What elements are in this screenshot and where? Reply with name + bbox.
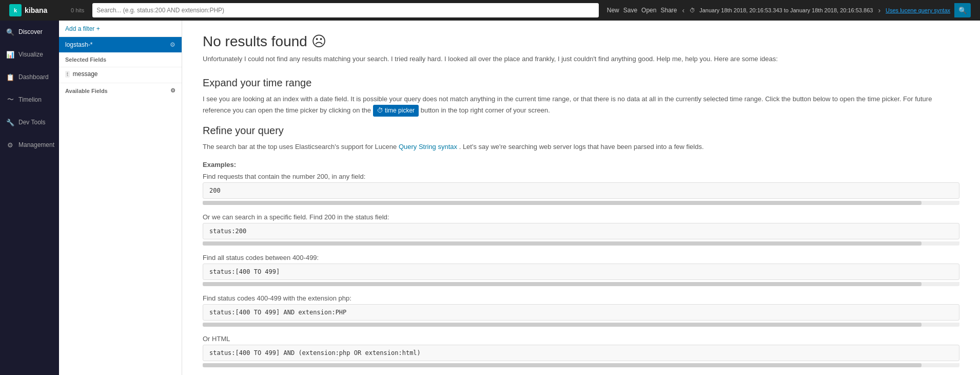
time-icon: ⏱ xyxy=(690,7,695,13)
example4-query-box: status:[400 TO 499] AND extension:PHP xyxy=(203,304,959,321)
example2-label: Or we can search in a specific field. Fi… xyxy=(203,213,959,221)
time-range-text: January 18th 2018, 20:16:53.343 to Janua… xyxy=(699,7,873,13)
example3-label: Find all status codes between 400-499: xyxy=(203,254,959,261)
example2-scrollbar-thumb xyxy=(203,241,922,246)
open-button[interactable]: Open xyxy=(641,7,656,14)
visualize-icon: 📊 xyxy=(6,50,14,59)
available-fields-section: Available Fields ⚙ xyxy=(59,83,182,98)
refine-query-title: Refine your query xyxy=(203,125,959,137)
management-icon: ⚙ xyxy=(6,141,14,149)
examples-label: Examples: xyxy=(203,161,959,168)
dashboard-icon: 📋 xyxy=(6,73,14,81)
field-name: message xyxy=(73,70,98,78)
example2-scrollbar[interactable] xyxy=(203,241,959,246)
devtools-icon: 🔧 xyxy=(6,118,14,126)
available-fields-settings-icon[interactable]: ⚙ xyxy=(170,87,175,94)
search-input[interactable] xyxy=(96,7,594,14)
sidebar-label-discover: Discover xyxy=(18,28,43,35)
sidebar-item-discover[interactable]: 🔍 Discover xyxy=(0,21,59,43)
example1-scrollbar-thumb xyxy=(203,201,922,205)
available-fields-label: Available Fields xyxy=(65,88,108,94)
app-name: kibana xyxy=(25,6,47,14)
refine-text-part2: . Let's say we're searching web server l… xyxy=(459,143,704,151)
selected-fields-label: Selected Fields xyxy=(59,52,182,67)
time-range-prev[interactable]: ‹ xyxy=(681,6,685,14)
timelion-icon: 〜 xyxy=(6,96,14,104)
example1-scrollbar[interactable] xyxy=(203,201,959,205)
refine-query-text: The search bar at the top uses Elasticse… xyxy=(203,142,959,153)
example2-query: status:200 xyxy=(209,228,246,235)
sidebar-label-management: Management xyxy=(18,141,54,148)
filter-bar: Add a filter + xyxy=(59,21,182,37)
index-settings-icon[interactable]: ⚙ xyxy=(170,41,175,48)
sidebar-label-dashboard: Dashboard xyxy=(18,73,49,81)
new-button[interactable]: New xyxy=(607,7,619,14)
expand-text-part1: I see you are looking at an index with a… xyxy=(203,95,932,114)
sidebar-label-devtools: Dev Tools xyxy=(18,119,45,126)
example4-query: status:[400 TO 499] AND extension:PHP xyxy=(209,309,346,316)
discover-icon: 🔍 xyxy=(6,28,14,36)
example3-scrollbar[interactable] xyxy=(203,282,959,286)
search-submit-button[interactable]: 🔍 xyxy=(954,3,971,17)
example4-scrollbar-thumb xyxy=(203,323,922,327)
sidebar-item-management[interactable]: ⚙ Management xyxy=(0,134,59,156)
index-pattern-name: logstash-* xyxy=(65,41,92,48)
no-results-title: No results found ☹ xyxy=(203,33,959,50)
topbar: k kibana 0 hits New Save Open Share ‹ ⏱ … xyxy=(0,0,980,21)
expand-text-part2: button in the top right corner of your s… xyxy=(421,106,550,114)
example5-query: status:[400 TO 499] AND (extension:php O… xyxy=(209,349,421,357)
sidebar-item-dashboard[interactable]: 📋 Dashboard xyxy=(0,66,59,88)
sidebar-item-visualize[interactable]: 📊 Visualize xyxy=(0,43,59,66)
sidebar-item-timelion[interactable]: 〜 Timelion xyxy=(0,88,59,111)
refine-text-part1: The search bar at the top uses Elasticse… xyxy=(203,143,397,151)
expand-time-range-title: Expand your time range xyxy=(203,77,959,89)
sidebar-label-timelion: Timelion xyxy=(18,96,42,103)
main-content: No results found ☹ Unfortunately I could… xyxy=(182,21,980,375)
save-button[interactable]: Save xyxy=(623,7,637,14)
example1-query-box: 200 xyxy=(203,182,959,199)
topbar-actions: New Save Open Share ‹ ⏱ January 18th 201… xyxy=(603,3,975,17)
query-string-syntax-link[interactable]: Query String syntax xyxy=(399,143,457,151)
sidebar-item-devtools[interactable]: 🔧 Dev Tools xyxy=(0,111,59,134)
main-layout: 🔍 Discover 📊 Visualize 📋 Dashboard 〜 Tim… xyxy=(0,21,980,375)
example5-scrollbar-thumb xyxy=(203,363,922,367)
left-panel: Add a filter + logstash-* ⚙ Selected Fie… xyxy=(59,21,182,375)
example2-query-box: status:200 xyxy=(203,223,959,239)
example1-query: 200 xyxy=(209,187,221,194)
hits-count: 0 hits xyxy=(71,7,88,13)
example1-label: Find requests that contain the number 20… xyxy=(203,173,959,180)
example5-query-box: status:[400 TO 499] AND (extension:php O… xyxy=(203,345,959,361)
no-results-description: Unfortunately I could not find any resul… xyxy=(203,54,959,65)
index-pattern-header[interactable]: logstash-* ⚙ xyxy=(59,37,182,52)
example5-label: Or HTML xyxy=(203,335,959,343)
share-button[interactable]: Share xyxy=(660,7,677,14)
example4-scrollbar[interactable] xyxy=(203,323,959,327)
search-bar[interactable] xyxy=(92,3,598,17)
expand-time-range-text: I see you are looking at an index with a… xyxy=(203,94,959,117)
field-item-message[interactable]: t message xyxy=(59,67,182,81)
example3-scrollbar-thumb xyxy=(203,282,922,286)
kibana-logo-icon: k xyxy=(9,4,22,16)
example3-query-box: status:[400 TO 499] xyxy=(203,264,959,280)
lucene-syntax-link[interactable]: Uses lucene query syntax xyxy=(886,7,950,13)
time-range-next[interactable]: › xyxy=(877,6,881,14)
example3-query: status:[400 TO 499] xyxy=(209,268,280,275)
sidebar: 🔍 Discover 📊 Visualize 📋 Dashboard 〜 Tim… xyxy=(0,21,59,375)
field-type-badge: t xyxy=(65,71,70,78)
sidebar-label-visualize: Visualize xyxy=(18,51,43,58)
add-filter-button[interactable]: Add a filter + xyxy=(65,25,100,32)
example4-label: Find status codes 400-499 with the exten… xyxy=(203,294,959,302)
logo-area: k kibana xyxy=(5,4,67,16)
time-picker-button[interactable]: ⏱ time picker xyxy=(373,105,419,117)
example5-scrollbar[interactable] xyxy=(203,363,959,367)
